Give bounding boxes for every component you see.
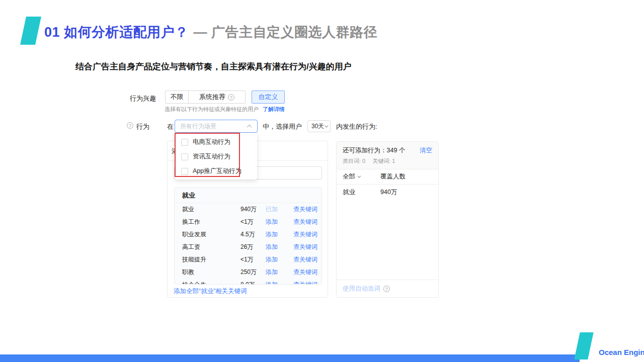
selected-behaviors-panel: 还可添加行为： 349 个 清空 类目词: 0 关键词: 1 全部 覆盖人数 就… <box>336 141 439 298</box>
category-group-title: 就业 <box>175 188 321 203</box>
table-row: 职教 250万 添加 查关键词 <box>175 266 321 279</box>
stat-keywords: 关键词: 1 <box>372 157 395 165</box>
title-decoration-parallelogram <box>20 17 41 45</box>
selected-panel-filter-row: 全部 覆盖人数 <box>337 169 438 185</box>
table-row: 校企合作 8.0万 添加 查关键词 <box>175 279 321 285</box>
remaining-label: 还可添加行为： <box>343 146 387 155</box>
brand-decoration-parallelogram <box>574 332 593 359</box>
tab-system-recommend-label: 系统推荐 <box>199 93 225 102</box>
row-keyword-link[interactable]: 查关键词 <box>293 205 317 214</box>
row-action-link[interactable]: 添加 <box>266 243 278 250</box>
row-name: 高工资 <box>182 243 240 251</box>
clear-link[interactable]: 清空 <box>420 146 432 155</box>
selected-panel-header: 还可添加行为： 349 个 清空 类目词: 0 关键词: 1 <box>337 142 438 169</box>
row-name: 技能提升 <box>182 255 240 264</box>
row-count: 4.5万 <box>240 230 266 239</box>
behavior-interest-tab-group: 不限 系统推荐 ? <box>165 90 246 104</box>
row-keyword-link[interactable]: 查关键词 <box>293 255 317 264</box>
row-count: 8.0万 <box>240 281 266 285</box>
row-keyword-link[interactable]: 查关键词 <box>293 218 317 226</box>
scene-select-placeholder: 所有行为场景 <box>180 122 248 131</box>
table-row: 换工作 <1万 添加 查关键词 <box>175 216 321 228</box>
tab-unlimited-label: 不限 <box>171 93 184 102</box>
selected-row: 就业 940万 <box>337 185 438 200</box>
checkbox-icon[interactable] <box>181 139 188 146</box>
page-subtitle: 结合广告主自身产品定位与营销节奏，自主探索具有潜在行为/兴趣的用户 <box>75 61 352 72</box>
filter-all-dropdown[interactable]: 全部 <box>343 172 380 181</box>
sentence-prefix: 在 <box>167 122 174 131</box>
row-keyword-link[interactable]: 查关键词 <box>293 281 317 285</box>
stat-category-words: 类目词: 0 <box>343 157 365 165</box>
row-action-link[interactable]: 已加 <box>266 206 278 213</box>
category-group-box: 就业 就业 940万 已加 查关键词 换工作 <1万 添加 查关键词 职业发展 … <box>174 187 322 285</box>
sentence-middle: 中，选择用户 <box>263 122 302 131</box>
behavior-interest-label: 行为兴趣 <box>130 94 156 103</box>
auto-select-words-link[interactable]: 使用自动选词 <box>343 285 380 293</box>
row-count: 940万 <box>240 205 266 214</box>
dropdown-option-ecommerce[interactable]: 电商互动行为 <box>175 135 257 149</box>
selected-panel-footer: 使用自动选词 ? <box>337 280 438 297</box>
row-action-link[interactable]: 添加 <box>266 281 278 285</box>
dropdown-option-label: App推广互动行为 <box>193 167 242 175</box>
row-action-link[interactable]: 添加 <box>266 218 278 225</box>
tab-unlimited[interactable]: 不限 <box>166 91 188 103</box>
footer-help-circle-icon[interactable]: ? <box>383 286 390 292</box>
days-select[interactable]: 30天 <box>307 120 331 132</box>
days-select-value: 30天 <box>311 122 325 131</box>
row-name: 职教 <box>182 268 240 277</box>
row-count: <1万 <box>240 218 266 226</box>
bottom-accent-bar <box>0 354 580 362</box>
table-row: 技能提升 <1万 添加 查关键词 <box>175 253 321 266</box>
help-circle-icon[interactable]: ? <box>228 94 234 101</box>
row-name: 就业 <box>182 205 240 214</box>
coverage-column-header: 覆盖人数 <box>380 172 406 181</box>
selected-row-count: 940万 <box>380 188 397 197</box>
category-rows: 就业 940万 已加 查关键词 换工作 <1万 添加 查关键词 职业发展 4.5… <box>175 203 321 285</box>
row-count: 250万 <box>240 268 266 277</box>
slide: 01 如何分析适配用户？— 广告主自定义圈选人群路径 结合广告主自身产品定位与营… <box>0 0 644 362</box>
row-name: 换工作 <box>182 218 240 226</box>
tab-system-recommend[interactable]: 系统推荐 ? <box>188 91 245 103</box>
brand-logo-text: Ocean Engine <box>599 348 644 356</box>
row-name: 校企合作 <box>182 281 240 285</box>
selected-rows: 就业 940万 <box>337 185 438 200</box>
filter-all-label: 全部 <box>343 172 355 181</box>
scene-select[interactable]: 所有行为场景 <box>175 120 258 133</box>
learn-more-link[interactable]: 了解详情 <box>263 106 285 112</box>
tab-custom-label: 自定义 <box>259 93 278 102</box>
row-action-link[interactable]: 添加 <box>266 268 278 276</box>
row-count: 26万 <box>240 243 266 251</box>
add-all-keywords-link[interactable]: 添加全部“就业”相关关键词 <box>174 287 247 296</box>
dropdown-option-news[interactable]: 资讯互动行为 <box>175 149 257 164</box>
table-row: 职业发展 4.5万 添加 查关键词 <box>175 228 321 241</box>
checkbox-icon[interactable] <box>181 153 188 160</box>
row-action-link[interactable]: 添加 <box>266 231 278 238</box>
dropdown-option-label: 资讯互动行为 <box>193 152 230 161</box>
chevron-down-icon <box>357 174 361 178</box>
dropdown-option-label: 电商互动行为 <box>193 138 230 146</box>
row-count: <1万 <box>240 255 266 264</box>
selected-row-name: 就业 <box>343 188 380 197</box>
table-row: 高工资 26万 添加 查关键词 <box>175 241 321 253</box>
behavior-help-circle-icon[interactable]: ? <box>127 122 133 129</box>
sentence-suffix: 内发生的行为: <box>336 122 377 131</box>
page-title: 01 如何分析适配用户？— 广告主自定义圈选人群路径 <box>44 23 377 41</box>
behavior-label: 行为 <box>136 122 149 131</box>
remaining-count: 349 个 <box>387 146 406 155</box>
row-keyword-link[interactable]: 查关键词 <box>293 268 317 277</box>
scene-dropdown: 电商互动行为 资讯互动行为 App推广互动行为 <box>175 133 257 179</box>
hint-text: 选择有以下行为特征或兴趣特征的用户 <box>165 106 259 112</box>
chevron-up-icon <box>247 124 252 129</box>
row-keyword-link[interactable]: 查关键词 <box>293 243 317 251</box>
page-title-primary: 01 如何分析适配用户？ <box>44 25 189 40</box>
tab-hint-line: 选择有以下行为特征或兴趣特征的用户了解详情 <box>165 106 285 113</box>
checkbox-icon[interactable] <box>181 168 188 175</box>
chevron-down-icon <box>325 124 328 127</box>
tab-custom-selected[interactable]: 自定义 <box>252 90 285 104</box>
row-keyword-link[interactable]: 查关键词 <box>293 230 317 239</box>
dropdown-option-app-promo[interactable]: App推广互动行为 <box>175 164 257 178</box>
row-action-link[interactable]: 添加 <box>266 256 278 263</box>
row-name: 职业发展 <box>182 230 240 239</box>
table-row: 就业 940万 已加 查关键词 <box>175 203 321 216</box>
page-title-secondary: — 广告主自定义圈选人群路径 <box>194 25 378 40</box>
